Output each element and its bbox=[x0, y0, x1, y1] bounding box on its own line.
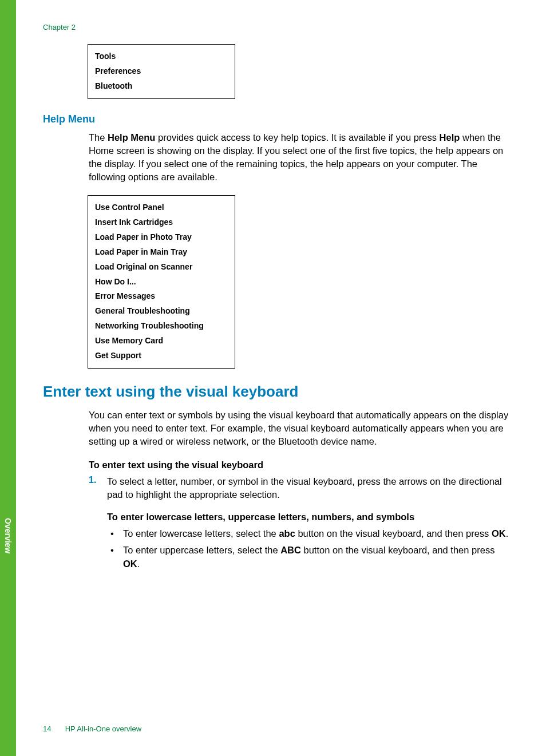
menu-item: General Troubleshooting bbox=[95, 304, 228, 319]
bullet-item: • To enter uppercase letters, select the… bbox=[107, 544, 512, 570]
help-menu-options-box: Use Control Panel Insert Ink Cartridges … bbox=[88, 195, 235, 369]
menu-item: Load Paper in Photo Tray bbox=[95, 230, 228, 245]
case-options-heading: To enter lowercase letters, uppercase le… bbox=[107, 512, 512, 523]
to-enter-text-heading: To enter text using the visual keyboard bbox=[89, 460, 512, 470]
page-footer: 14 HP All-in-One overview bbox=[43, 725, 141, 733]
menu-item: Use Memory Card bbox=[95, 334, 228, 349]
visual-keyboard-heading: Enter text using the visual keyboard bbox=[43, 383, 512, 401]
bullet-icon: • bbox=[107, 527, 123, 540]
menu-item: Use Control Panel bbox=[95, 200, 228, 215]
step-1: 1. To select a letter, number, or symbol… bbox=[89, 475, 512, 501]
setup-menu-continued-box: Tools Preferences Bluetooth bbox=[88, 44, 235, 99]
bullet-list: • To enter lowercase letters, select the… bbox=[107, 527, 512, 570]
bullet-text: To enter uppercase letters, select the A… bbox=[123, 544, 512, 570]
side-tab: Overview bbox=[0, 0, 16, 756]
menu-item: Load Original on Scanner bbox=[95, 260, 228, 275]
page-number: 14 bbox=[43, 725, 63, 733]
help-menu-heading: Help Menu bbox=[43, 113, 512, 125]
menu-item: How Do I... bbox=[95, 275, 228, 290]
menu-item: Error Messages bbox=[95, 289, 228, 304]
menu-item: Load Paper in Main Tray bbox=[95, 245, 228, 260]
bullet-icon: • bbox=[107, 544, 123, 557]
chapter-label: Chapter 2 bbox=[43, 23, 512, 31]
menu-item: Networking Troubleshooting bbox=[95, 319, 228, 334]
footer-section: HP All-in-One overview bbox=[65, 725, 141, 733]
bullet-text: To enter lowercase letters, select the a… bbox=[123, 527, 512, 540]
menu-item: Insert Ink Cartridges bbox=[95, 215, 228, 230]
menu-item: Preferences bbox=[95, 64, 228, 79]
visual-keyboard-intro: You can enter text or symbols by using t… bbox=[89, 409, 512, 448]
bullet-item: • To enter lowercase letters, select the… bbox=[107, 527, 512, 540]
page-content: Chapter 2 Tools Preferences Bluetooth He… bbox=[0, 0, 546, 597]
menu-item: Get Support bbox=[95, 349, 228, 363]
help-menu-intro: The Help Menu provides quick access to k… bbox=[89, 131, 512, 184]
step-text: To select a letter, number, or symbol in… bbox=[107, 475, 512, 501]
step-number: 1. bbox=[89, 475, 107, 485]
menu-item: Bluetooth bbox=[95, 79, 228, 94]
menu-item: Tools bbox=[95, 49, 228, 64]
side-tab-label: Overview bbox=[3, 518, 13, 553]
